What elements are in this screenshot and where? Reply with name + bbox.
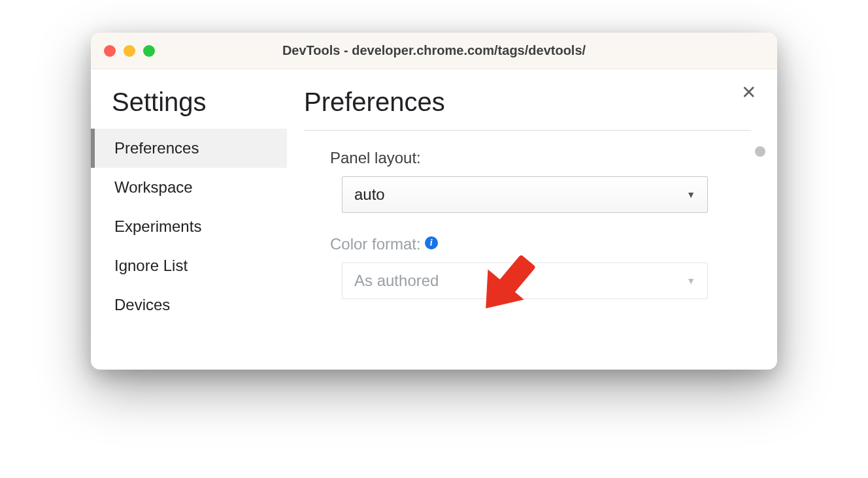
panel-layout-select[interactable]: auto ▼: [342, 176, 708, 213]
scrollbar[interactable]: [755, 146, 765, 363]
window-close-button[interactable]: [104, 45, 116, 57]
color-format-value: As authored: [354, 272, 439, 290]
window-title: DevTools - developer.chrome.com/tags/dev…: [91, 43, 777, 58]
color-format-label: Color format: i: [330, 235, 438, 253]
traffic-lights: [104, 45, 155, 57]
preferences-fields: Panel layout: auto ▼ Color format: i As …: [304, 149, 751, 299]
preferences-panel: Preferences Panel layout: auto ▼ Color f…: [287, 69, 777, 370]
sidebar-item-workspace[interactable]: Workspace: [91, 168, 287, 207]
window-zoom-button[interactable]: [143, 45, 155, 57]
sidebar-item-label: Experiments: [114, 217, 201, 235]
color-format-label-text: Color format:: [330, 235, 421, 253]
window-minimize-button[interactable]: [124, 45, 135, 57]
divider: [304, 130, 751, 131]
panel-layout-field: Panel layout: auto ▼: [330, 149, 746, 213]
sidebar-item-label: Preferences: [114, 139, 199, 157]
color-format-select: As authored ▼: [342, 263, 708, 299]
page-title: Preferences: [304, 88, 751, 130]
sidebar-items: Preferences Workspace Experiments Ignore…: [91, 129, 287, 325]
sidebar-item-label: Workspace: [114, 178, 193, 196]
devtools-settings-window: DevTools - developer.chrome.com/tags/dev…: [91, 33, 777, 370]
sidebar-item-ignore-list[interactable]: Ignore List: [91, 246, 287, 285]
chevron-down-icon: ▼: [686, 189, 695, 200]
sidebar-title: Settings: [91, 88, 287, 129]
panel-layout-label: Panel layout:: [330, 149, 421, 167]
settings-content: ✕ Settings Preferences Workspace Experim…: [91, 69, 777, 370]
sidebar-item-experiments[interactable]: Experiments: [91, 207, 287, 246]
sidebar-item-label: Ignore List: [114, 257, 188, 274]
titlebar: DevTools - developer.chrome.com/tags/dev…: [91, 33, 777, 69]
sidebar-item-preferences[interactable]: Preferences: [91, 129, 287, 168]
chevron-down-icon: ▼: [686, 276, 695, 286]
settings-sidebar: Settings Preferences Workspace Experimen…: [91, 69, 287, 370]
info-icon[interactable]: i: [425, 236, 438, 249]
sidebar-item-devices[interactable]: Devices: [91, 285, 287, 325]
panel-layout-value: auto: [354, 185, 385, 204]
scrollbar-thumb[interactable]: [755, 146, 765, 157]
color-format-field: Color format: i As authored ▼: [330, 235, 746, 299]
sidebar-item-label: Devices: [114, 296, 170, 313]
